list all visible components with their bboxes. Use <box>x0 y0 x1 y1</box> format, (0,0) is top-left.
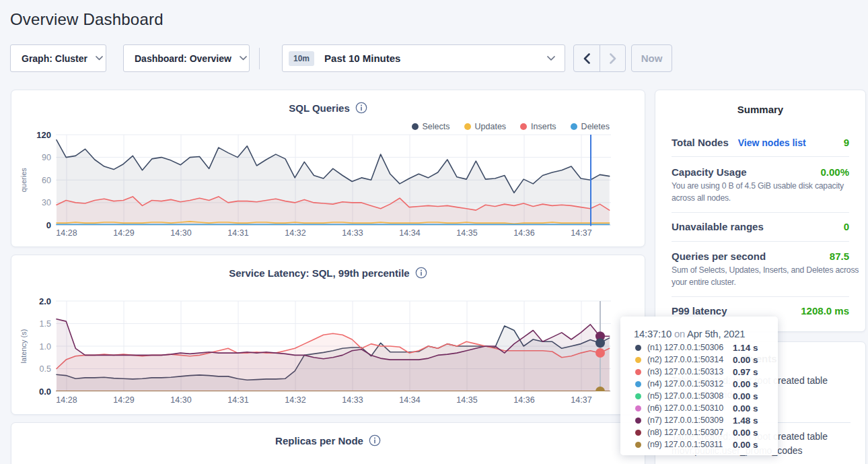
tooltip-node-row: (n9) 127.0.0.1:503110.00 s <box>634 438 766 451</box>
svg-text:1.0: 1.0 <box>40 342 51 352</box>
node-address: (n6) 127.0.0.1:50310 <box>647 403 723 413</box>
node-color-dot <box>635 442 641 448</box>
svg-text:60: 60 <box>42 176 51 185</box>
time-step-forward-button[interactable] <box>600 45 625 71</box>
svg-text:14:33: 14:33 <box>342 395 363 405</box>
queries-per-second-value: 87.5 <box>830 251 849 262</box>
node-address: (n7) 127.0.0.1:50309 <box>647 416 723 425</box>
chevron-down-icon <box>547 56 555 61</box>
graph-scope-dropdown[interactable]: Graph: Cluster <box>10 44 106 72</box>
p99-latency-value: 1208.0 ms <box>801 305 849 317</box>
replicas-per-node-panel: Replicas per Node <box>11 422 645 464</box>
svg-text:0: 0 <box>46 220 51 230</box>
time-step-buttons <box>573 44 626 72</box>
node-address: (n8) 127.0.0.1:50307 <box>647 428 723 437</box>
svg-text:latency (s): latency (s) <box>20 329 28 364</box>
unavailable-ranges-value: 0 <box>844 221 849 232</box>
replicas-per-node-chart-title: Replicas per Node <box>275 435 363 446</box>
node-color-dot <box>635 405 641 411</box>
now-button-label: Now <box>641 53 663 64</box>
node-latency-value: 1.14 s <box>733 343 758 353</box>
chevron-down-icon <box>240 56 247 61</box>
sql-queries-chart[interactable]: 120906030014:2814:2914:3014:3114:3214:33… <box>11 90 646 248</box>
svg-text:14:35: 14:35 <box>456 395 477 405</box>
node-latency-value: 0.00 s <box>733 391 758 401</box>
tooltip-node-list: (n1) 127.0.0.1:503061.14 s(n2) 127.0.0.1… <box>634 341 766 451</box>
svg-text:14:28: 14:28 <box>56 395 77 405</box>
chevron-left-icon <box>583 53 590 64</box>
summary-divider <box>672 156 849 157</box>
dashboard-dropdown[interactable]: Dashboard: Overview <box>123 44 250 72</box>
svg-text:14:34: 14:34 <box>399 395 420 405</box>
chevron-down-icon <box>96 56 103 61</box>
controls-divider <box>259 48 260 69</box>
summary-row-total-nodes: Total Nodes View nodes list 9 <box>672 137 849 148</box>
tooltip-node-row: (n8) 127.0.0.1:503070.00 s <box>634 426 766 438</box>
svg-text:30: 30 <box>42 198 51 207</box>
node-latency-value: 0.00 s <box>733 440 758 450</box>
node-color-dot <box>635 430 641 436</box>
svg-text:14:30: 14:30 <box>170 228 191 238</box>
svg-text:14:28: 14:28 <box>56 228 77 238</box>
node-color-dot <box>635 357 641 363</box>
p99-latency-label: P99 latency <box>672 305 727 317</box>
node-latency-value: 1.48 s <box>733 416 758 426</box>
view-nodes-list-link[interactable]: View nodes list <box>738 137 806 148</box>
svg-text:14:30: 14:30 <box>170 395 191 405</box>
svg-text:0.0: 0.0 <box>39 387 51 397</box>
svg-text:2.0: 2.0 <box>39 296 51 306</box>
node-color-dot <box>635 418 641 424</box>
svg-text:14:36: 14:36 <box>513 228 534 238</box>
service-latency-chart[interactable]: 2.01.51.00.50.014:2814:2914:3014:3114:32… <box>11 255 646 416</box>
node-color-dot <box>635 345 641 351</box>
summary-row-qps: Queries per second 87.5 <box>672 251 849 262</box>
svg-text:14:35: 14:35 <box>456 228 477 238</box>
total-nodes-label: Total Nodes <box>672 137 729 148</box>
queries-per-second-desc: Sum of Selects, Updates, Inserts, and De… <box>672 264 865 288</box>
dashboard-label: Dashboard: Overview <box>135 53 231 64</box>
chevron-right-icon <box>610 53 616 64</box>
node-address: (n1) 127.0.0.1:50306 <box>647 343 723 352</box>
node-color-dot <box>635 393 641 399</box>
tooltip-node-row: (n3) 127.0.0.1:503130.97 s <box>634 366 766 378</box>
queries-per-second-label: Queries per second <box>672 251 766 262</box>
now-button[interactable]: Now <box>631 44 672 72</box>
summary-row-unavailable-ranges: Unavailable ranges 0 <box>672 221 849 232</box>
sql-queries-panel: SQL Queries SelectsUpdatesInsertsDeletes… <box>11 90 645 247</box>
page-title: Overview Dashboard <box>10 10 164 29</box>
svg-text:14:32: 14:32 <box>285 395 305 405</box>
tooltip-node-row: (n5) 127.0.0.1:503080.00 s <box>634 390 766 402</box>
summary-divider <box>672 212 849 213</box>
tooltip-node-row: (n6) 127.0.0.1:503100.00 s <box>634 402 766 414</box>
info-icon[interactable] <box>369 434 381 446</box>
svg-text:14:33: 14:33 <box>342 228 363 238</box>
total-nodes-value: 9 <box>844 137 849 148</box>
time-range-picker[interactable]: 10m Past 10 Minutes <box>282 44 565 72</box>
svg-text:14:32: 14:32 <box>285 228 305 238</box>
svg-text:14:29: 14:29 <box>113 228 134 238</box>
svg-text:14:31: 14:31 <box>227 228 248 238</box>
time-step-back-button[interactable] <box>574 45 600 71</box>
node-latency-value: 0.00 s <box>733 355 758 365</box>
svg-text:queries: queries <box>20 168 28 193</box>
node-latency-value: 0.97 s <box>733 367 758 377</box>
node-latency-value: 0.00 s <box>733 379 758 389</box>
tooltip-node-row: (n1) 127.0.0.1:503061.14 s <box>634 341 766 354</box>
svg-text:14:31: 14:31 <box>227 395 248 405</box>
node-latency-value: 0.00 s <box>733 428 758 438</box>
tooltip-node-row: (n4) 127.0.0.1:503120.00 s <box>634 378 766 390</box>
svg-text:14:37: 14:37 <box>571 228 591 238</box>
time-range-badge: 10m <box>289 51 314 66</box>
node-address: (n5) 127.0.0.1:50308 <box>647 391 723 401</box>
summary-divider <box>672 296 849 297</box>
svg-text:14:34: 14:34 <box>399 228 420 238</box>
node-color-dot <box>635 369 641 375</box>
chart-hover-tooltip: 14:37:10 on Apr 5th, 2021 (n1) 127.0.0.1… <box>620 317 778 455</box>
graph-scope-label: Graph: Cluster <box>22 53 87 64</box>
time-range-label: Past 10 Minutes <box>324 53 539 64</box>
node-address: (n9) 127.0.0.1:50311 <box>647 440 723 449</box>
tooltip-node-row: (n7) 127.0.0.1:503091.48 s <box>634 414 766 426</box>
node-address: (n2) 127.0.0.1:50314 <box>647 355 723 364</box>
summary-row-capacity: Capacity Usage 0.00% <box>672 166 849 178</box>
svg-text:14:37: 14:37 <box>571 395 591 405</box>
